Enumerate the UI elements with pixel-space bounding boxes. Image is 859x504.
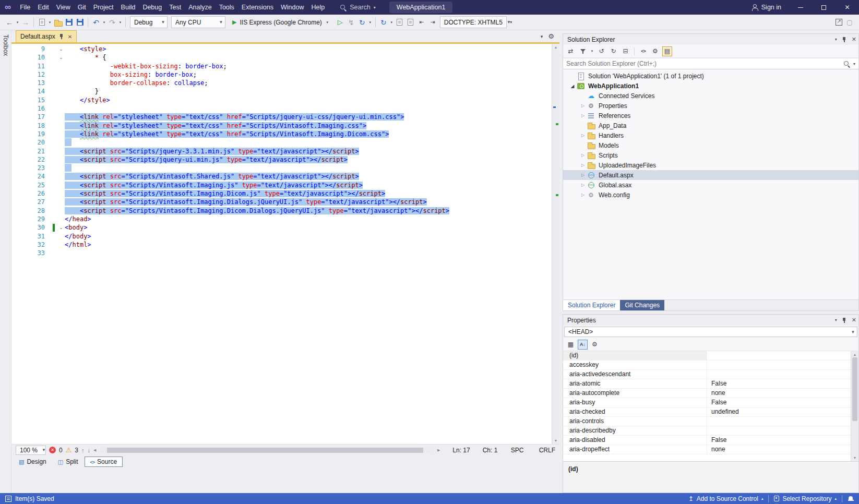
property-value[interactable] <box>707 361 851 369</box>
code-line[interactable]: 14 } <box>20 87 552 95</box>
minimize-button[interactable] <box>789 0 812 15</box>
undo-scope-button[interactable]: ↺ <box>596 46 606 56</box>
sync-with-active-document-button[interactable]: ⇄ <box>566 46 576 56</box>
save-button[interactable] <box>64 16 74 29</box>
property-row[interactable]: aria-autocompletenone <box>563 389 851 398</box>
code-text[interactable] <box>65 104 552 113</box>
menu-test[interactable]: Test <box>165 0 185 15</box>
code-text[interactable]: -webkit-box-sizing: border-box; <box>65 62 552 70</box>
scrollbar-thumb[interactable] <box>852 357 857 421</box>
chevron-down-icon[interactable]: ▾ <box>590 49 594 53</box>
format-document-button[interactable] <box>395 16 405 29</box>
toolbar-overflow-icon[interactable]: ▾ <box>509 20 514 25</box>
menu-project[interactable]: Project <box>90 0 117 15</box>
editor-vertical-scrollbar[interactable]: ▲ ▼ <box>552 44 559 444</box>
code-line[interactable]: 26 <script src="Scripts/Vintasoft.Imagin… <box>20 189 552 198</box>
menu-extensions[interactable]: Extensions <box>238 0 277 15</box>
view-tab-design[interactable]: Design <box>14 457 52 466</box>
code-line[interactable]: 12 box-sizing: border-box; <box>20 70 552 79</box>
menu-analyze[interactable]: Analyze <box>185 0 215 15</box>
code-text[interactable]: </html> <box>65 241 552 249</box>
menu-git[interactable]: Git <box>74 0 90 15</box>
property-value[interactable]: False <box>707 398 851 407</box>
start-without-debugging-button[interactable]: ▷ <box>335 16 345 29</box>
window-position-icon[interactable]: ▾ <box>835 37 837 42</box>
property-value[interactable]: undefined <box>707 407 851 416</box>
code-line[interactable]: 28 <script src="Scripts/Vintasoft.Imagin… <box>20 207 552 215</box>
code-text[interactable]: <link rel="stylesheet" type="text/css" h… <box>65 113 552 121</box>
property-row[interactable]: aria-busyFalse <box>563 398 851 407</box>
expanded-arrow-icon[interactable]: ◢ <box>568 83 577 89</box>
code-line[interactable]: 11 -webkit-box-sizing: border-box; <box>20 62 552 70</box>
properties-button[interactable]: ⚙ <box>650 46 660 56</box>
collapsed-arrow-icon[interactable]: ▷ <box>579 153 587 158</box>
property-value[interactable]: False <box>707 379 851 388</box>
menu-debug[interactable]: Debug <box>139 0 165 15</box>
code-line[interactable]: 19 <link rel="stylesheet" type="text/css… <box>20 130 552 138</box>
code-line[interactable]: 32</html> <box>20 241 552 249</box>
panel-tab-solution-explorer[interactable]: Solution Explorer <box>563 300 620 310</box>
undo-button[interactable]: ↶ <box>91 16 101 29</box>
redo-button[interactable]: ↷ <box>107 16 117 29</box>
code-text[interactable]: </style> <box>65 96 552 104</box>
code-text[interactable]: } <box>65 87 552 95</box>
code-text[interactable]: border-collapse: collapse; <box>65 79 552 87</box>
collapse-all-button[interactable]: ⊟ <box>621 46 630 56</box>
property-value[interactable]: False <box>707 436 851 445</box>
collapsed-arrow-icon[interactable]: ▷ <box>579 113 587 118</box>
chevron-down-icon[interactable]: ▾ <box>102 20 106 25</box>
tree-item-references[interactable]: ▷References <box>563 111 858 121</box>
code-line[interactable]: 21 <script src="Scripts/jquery-3.3.1.min… <box>20 147 552 155</box>
menu-build[interactable]: Build <box>117 0 139 15</box>
tree-item-scripts[interactable]: ▷Scripts <box>563 150 858 160</box>
scroll-down-icon[interactable]: ▼ <box>552 439 559 442</box>
solution-platform-select[interactable]: Any CPU ▼ <box>171 16 225 28</box>
chevron-down-icon[interactable]: ▾ <box>368 20 373 25</box>
code-text[interactable]: <script src="Scripts/Vintasoft.Imaging.D… <box>65 189 552 198</box>
search-button[interactable]: Search ▾ <box>336 2 380 13</box>
document-outline-button[interactable] <box>405 16 416 29</box>
code-text[interactable]: </head> <box>65 215 552 223</box>
hot-reload-button[interactable]: ↯ <box>346 16 356 29</box>
chevron-down-icon[interactable]: ▾ <box>853 62 855 66</box>
solution-configuration-select[interactable]: Debug ▼ <box>130 16 168 28</box>
view-tab-source[interactable]: Source <box>85 457 123 467</box>
browser-link-refresh-button[interactable]: ↻ <box>378 16 389 29</box>
scroll-up-icon[interactable]: ▲ <box>552 45 559 49</box>
property-value[interactable] <box>707 426 851 435</box>
property-pages-button[interactable]: ⚙ <box>590 340 600 350</box>
code-line[interactable]: 31</body> <box>20 232 552 241</box>
code-editor[interactable]: 9⌄ <style>10⌄ * {11 -webkit-box-sizing: … <box>11 44 559 444</box>
code-line[interactable]: 18 <link rel="stylesheet" type="text/css… <box>20 122 552 130</box>
notifications-bell-icon[interactable] <box>848 496 854 502</box>
solution-explorer-search[interactable]: ▾ <box>563 58 858 69</box>
code-text[interactable]: <script src="Scripts/Vintasoft.Imaging.D… <box>65 198 552 206</box>
property-row[interactable]: aria-controls <box>563 417 851 426</box>
tree-item-connected-services[interactable]: Connected Services <box>563 91 858 101</box>
view-code-button[interactable]: <> <box>638 46 648 56</box>
fold-marker[interactable]: ⌄ <box>57 45 65 53</box>
collapsed-arrow-icon[interactable]: ▷ <box>579 193 587 197</box>
collapsed-arrow-icon[interactable]: ▷ <box>579 103 587 108</box>
property-row[interactable]: aria-checkedundefined <box>563 407 851 417</box>
code-text[interactable]: <body> <box>65 223 552 232</box>
show-all-files-button[interactable]: ▤ <box>662 46 672 56</box>
chevron-down-icon[interactable]: ▾ <box>15 20 20 25</box>
code-text[interactable]: <script src="Scripts/jquery-3.3.1.min.js… <box>65 147 552 155</box>
property-row[interactable]: (id) <box>563 351 851 361</box>
increase-indent-button[interactable]: ⇥ <box>427 16 438 29</box>
scroll-down-icon[interactable]: ▼ <box>851 456 858 460</box>
collapsed-arrow-icon[interactable]: ▷ <box>579 173 587 177</box>
collapsed-arrow-icon[interactable]: ▷ <box>579 133 587 138</box>
property-row[interactable]: accesskey <box>563 361 851 370</box>
new-project-button[interactable] <box>37 16 47 29</box>
tree-item-default-aspx[interactable]: ▷Default.aspx <box>563 170 858 180</box>
selected-object-select[interactable]: <HEAD> ▼ <box>564 327 857 337</box>
pin-icon[interactable] <box>59 33 64 40</box>
code-line[interactable]: 23 <box>20 164 552 172</box>
editor-horizontal-scrollbar[interactable] <box>100 447 433 453</box>
code-text[interactable] <box>65 164 552 172</box>
code-line[interactable]: 33 <box>20 249 552 257</box>
collapsed-arrow-icon[interactable]: ▷ <box>579 163 587 167</box>
code-line[interactable]: 27 <script src="Scripts/Vintasoft.Imagin… <box>20 198 552 206</box>
